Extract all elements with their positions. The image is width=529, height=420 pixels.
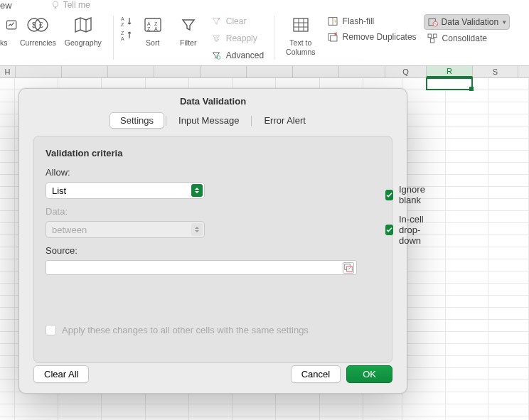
ok-button[interactable]: OK: [346, 365, 392, 383]
column-header[interactable]: [339, 66, 385, 77]
in-cell-dropdown-label: In-cell drop-down: [399, 214, 428, 246]
source-input[interactable]: [46, 260, 357, 275]
column-header[interactable]: R: [427, 66, 473, 77]
apply-all-label: Apply these changes to all other cells w…: [62, 325, 309, 335]
clear-all-button[interactable]: Clear All: [33, 365, 89, 383]
column-header[interactable]: [247, 66, 293, 77]
tab-error-alert[interactable]: Error Alert: [253, 112, 316, 129]
allow-select[interactable]: List: [46, 182, 205, 199]
cancel-button[interactable]: Cancel: [291, 365, 341, 383]
ok-label: OK: [363, 369, 376, 379]
sort-label: Sort: [146, 38, 159, 48]
data-tools-col2: Data Validation ▾ Consolidate: [424, 13, 511, 45]
svg-rect-15: [294, 18, 308, 31]
advanced-icon: [210, 50, 222, 61]
geography-button[interactable]: Geography: [60, 13, 106, 49]
tab-separator: [251, 116, 252, 126]
allow-label: Allow:: [46, 167, 357, 178]
filter-button[interactable]: Filter: [172, 13, 205, 49]
checkbox-checked-icon: [385, 225, 393, 235]
stocks-label: ks: [0, 38, 8, 48]
tab-error-alert-label: Error Alert: [264, 115, 306, 126]
data-validation-icon: [427, 16, 439, 28]
fill-handle[interactable]: [469, 87, 474, 91]
clear-all-label: Clear All: [44, 369, 78, 379]
apply-all-checkbox: Apply these changes to all other cells w…: [46, 325, 380, 335]
data-validation-button[interactable]: Data Validation ▾: [424, 14, 511, 30]
advanced-filter-button[interactable]: Advanced: [208, 48, 267, 63]
data-tools-col1: Flash-fill Remove Duplicates: [324, 13, 420, 44]
clear-label: Clear: [226, 16, 247, 26]
flash-fill-label: Flash-fill: [343, 16, 375, 26]
tab-review-partial[interactable]: ew: [0, 0, 12, 11]
tab-settings-label: Settings: [120, 115, 154, 126]
range-picker-icon: [344, 264, 353, 272]
svg-rect-26: [433, 34, 437, 38]
column-header[interactable]: H: [0, 66, 16, 77]
flash-fill-button[interactable]: Flash-fill: [324, 14, 420, 28]
reapply-label: Reapply: [226, 33, 257, 43]
group-data-types: ks $€ Currencies Geography: [0, 13, 113, 49]
column-header[interactable]: [201, 66, 247, 77]
svg-rect-22: [330, 36, 336, 41]
filter-options: Clear Reapply Advanced: [208, 13, 267, 63]
data-select: between: [46, 221, 205, 238]
group-sort-filter: AZ ZA AZZA Sort Filter Clear Reapply Adv…: [114, 13, 274, 63]
svg-text:Z: Z: [147, 26, 151, 31]
selection-outline: [426, 77, 473, 90]
text-to-columns-button[interactable]: Text to Columns: [282, 13, 319, 58]
svg-text:Z: Z: [121, 22, 124, 27]
advanced-label: Advanced: [226, 50, 264, 60]
tell-me-label: Tell me: [63, 0, 90, 10]
svg-text:A: A: [154, 26, 158, 31]
section-title: Validation criteria: [46, 148, 380, 158]
ignore-blank-checkbox[interactable]: Ignore blank: [385, 184, 428, 205]
column-header[interactable]: [62, 66, 108, 77]
chevron-down-icon: ▾: [503, 18, 506, 26]
checkbox-unchecked-icon: [46, 325, 56, 335]
tab-input-message[interactable]: Input Message: [168, 112, 250, 129]
consolidate-button[interactable]: Consolidate: [424, 31, 511, 45]
tab-separator: [166, 116, 166, 126]
currencies-icon: $€: [26, 14, 50, 36]
geography-label: Geography: [65, 38, 102, 48]
column-header[interactable]: Q: [385, 66, 427, 77]
in-cell-dropdown-checkbox[interactable]: In-cell drop-down: [385, 214, 428, 246]
source-label: Source:: [46, 245, 357, 256]
svg-text:$: $: [32, 21, 36, 29]
currencies-button[interactable]: $€ Currencies: [16, 13, 60, 49]
column-headers[interactable]: HQRS: [0, 65, 529, 78]
column-header[interactable]: [108, 66, 154, 77]
stocks-button[interactable]: ks: [0, 13, 16, 49]
column-header[interactable]: [293, 66, 339, 77]
sort-desc-icon[interactable]: ZA: [121, 30, 134, 41]
checkbox-checked-icon: [385, 190, 393, 200]
sort-button[interactable]: AZZA Sort: [137, 13, 169, 49]
svg-point-14: [217, 56, 220, 60]
svg-text:A: A: [121, 16, 124, 21]
allow-value: List: [52, 185, 66, 196]
range-picker-button[interactable]: [343, 262, 354, 274]
ribbon-tabs-strip: ew Tell me: [0, 0, 529, 9]
select-stepper-icon: [191, 184, 203, 197]
cancel-label: Cancel: [301, 369, 330, 379]
tab-panel: Validation criteria Allow: List Data: be…: [33, 136, 392, 363]
tab-settings[interactable]: Settings: [109, 112, 164, 129]
column-header[interactable]: S: [473, 66, 518, 77]
flash-fill-icon: [327, 16, 338, 27]
svg-rect-27: [430, 39, 434, 43]
group-data-tools: Text to Columns Flash-fill Remove Duplic…: [274, 13, 517, 58]
column-header[interactable]: [154, 66, 201, 77]
svg-text:A: A: [147, 21, 151, 26]
select-stepper-icon: [191, 223, 203, 236]
svg-text:A: A: [121, 36, 124, 41]
data-value: between: [52, 225, 87, 235]
sort-asc-icon[interactable]: AZ: [121, 16, 134, 27]
consolidate-icon: [427, 33, 438, 44]
svg-rect-25: [428, 34, 432, 38]
tell-me[interactable]: Tell me: [50, 0, 90, 10]
column-header[interactable]: [16, 66, 62, 77]
data-label: Data:: [46, 206, 357, 217]
data-validation-label: Data Validation: [442, 17, 499, 27]
remove-duplicates-button[interactable]: Remove Duplicates: [324, 30, 420, 44]
